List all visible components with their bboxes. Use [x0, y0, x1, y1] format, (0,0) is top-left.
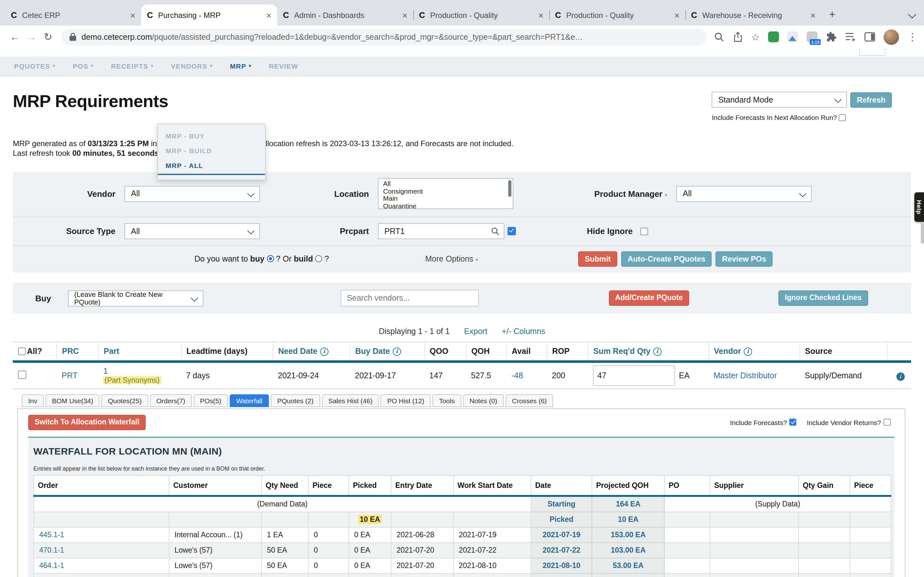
export-link[interactable]: Export — [464, 327, 487, 336]
tab-close-icon[interactable]: × — [674, 10, 680, 20]
location-listbox[interactable]: AllConsignmentMainQuarantine — [378, 178, 513, 209]
prc-link[interactable]: PRT — [61, 371, 78, 380]
waterfall-column-header[interactable]: Date — [531, 475, 592, 496]
browser-tab[interactable]: CAdmin - Dashboards× — [277, 5, 413, 26]
columns-link[interactable]: +/- Columns — [502, 327, 545, 336]
tab-close-icon[interactable]: × — [811, 10, 816, 20]
waterfall-column-header[interactable]: Work Start Date — [453, 475, 531, 496]
avail-link[interactable]: -48 — [511, 371, 523, 380]
column-header[interactable]: PRC — [57, 342, 98, 362]
waterfall-column-header[interactable]: PO — [664, 475, 710, 496]
prcpart-exact-checkbox[interactable] — [507, 227, 516, 235]
order-link[interactable]: 470.1-1 — [39, 546, 64, 554]
column-header[interactable]: Vendori — [708, 342, 800, 362]
subtab-inv[interactable]: Inv — [22, 394, 44, 407]
nav-item-pquotes[interactable]: PQUOTES▾ — [14, 62, 55, 70]
include-forecasts-checkbox[interactable] — [790, 419, 796, 426]
refresh-button[interactable]: Refresh — [851, 92, 892, 107]
extensions-puzzle-icon[interactable] — [826, 31, 837, 42]
subtab-bom-use-34-[interactable]: BOM Use(34) — [45, 394, 99, 407]
dropdown-item[interactable]: MRP - BUY — [158, 128, 265, 143]
part-synonyms-badge[interactable]: (Part Synonyms) — [103, 376, 161, 384]
switch-allocation-waterfall-button[interactable]: Switch To Allocation Waterfall — [28, 415, 145, 430]
include-forecasts-next-run-checkbox[interactable] — [839, 114, 846, 121]
order-link[interactable]: 445.1-1 — [39, 531, 64, 538]
back-icon[interactable]: ← — [6, 31, 23, 43]
tab-close-icon[interactable]: × — [402, 10, 407, 20]
vendor-select[interactable]: All — [124, 185, 260, 201]
waterfall-column-header[interactable]: Qty Need — [262, 475, 309, 496]
column-header[interactable]: Part — [98, 342, 181, 362]
browser-tab[interactable]: CWarehouse - Receiving× — [685, 5, 821, 26]
build-radio[interactable] — [315, 255, 322, 262]
add-create-pquote-button[interactable]: Add/Create PQuote — [609, 291, 689, 306]
subtab-notes-0-[interactable]: Notes (0) — [463, 394, 503, 407]
dropdown-item[interactable]: MRP - ALL — [158, 158, 265, 175]
listbox-scrollbar[interactable] — [508, 180, 511, 197]
extension-icon-2[interactable] — [787, 31, 798, 42]
extension-icon-3[interactable]: 1.13 — [806, 31, 817, 42]
subtab-waterfall[interactable]: Waterfall — [230, 394, 269, 407]
source-type-select[interactable]: All — [124, 223, 260, 239]
auto-create-pquotes-button[interactable]: Auto-Create PQuotes — [621, 251, 712, 267]
subtab-orders-7-[interactable]: Orders(7) — [150, 394, 192, 407]
browser-tab[interactable]: CProduction - Quality× — [413, 5, 549, 26]
menu-kebab-icon[interactable]: ⋮ — [907, 32, 918, 42]
subtab-quotes-25-[interactable]: Quotes(25) — [102, 394, 148, 407]
new-tab-button[interactable]: + — [824, 6, 841, 23]
nav-item-review[interactable]: REVIEW — [269, 62, 298, 70]
location-option[interactable]: Consignment — [383, 187, 513, 195]
browser-tab[interactable]: CPurchasing - MRP× — [141, 5, 277, 26]
column-header[interactable]: Buy Datei — [350, 342, 424, 362]
subtab-sales-hist-46-[interactable]: Sales Hist (46) — [322, 394, 379, 407]
waterfall-column-header[interactable]: Projected QOH — [592, 475, 664, 496]
tab-close-icon[interactable]: × — [266, 10, 271, 20]
pquote-select[interactable]: (Leave Blank to Create New PQuote) — [68, 290, 203, 306]
part-search-icon[interactable] — [491, 227, 500, 236]
profile-avatar[interactable] — [884, 29, 899, 45]
location-option[interactable]: All — [383, 180, 513, 187]
reload-icon[interactable]: ↻ — [40, 31, 57, 43]
subtab-pquotes-2-[interactable]: PQuotes (2) — [271, 394, 320, 407]
info-icon[interactable]: i — [320, 348, 328, 356]
info-icon[interactable]: i — [744, 348, 752, 356]
wf-cell-date[interactable]: 2021-08-10 — [531, 558, 592, 573]
dropdown-item[interactable]: MRP - BUILD — [158, 143, 265, 158]
column-header[interactable]: Need Datei — [273, 342, 350, 362]
tab-close-icon[interactable]: × — [538, 10, 543, 20]
part-link[interactable]: 1 — [103, 367, 108, 376]
prcpart-input[interactable]: PRT1 — [378, 223, 504, 239]
more-options-toggle[interactable]: More Options ▾ — [425, 255, 478, 263]
waterfall-column-header[interactable]: Supplier — [710, 475, 798, 496]
ignore-checked-lines-button[interactable]: Ignore Checked Lines — [779, 291, 868, 306]
subtab-pos-5-[interactable]: POs(5) — [194, 394, 228, 407]
page-scrollbar[interactable] — [921, 222, 924, 243]
waterfall-column-header[interactable]: Order — [34, 475, 169, 496]
vendor-link[interactable]: Master Distributor — [714, 371, 777, 380]
nav-item-pos[interactable]: POS▾ — [73, 62, 94, 70]
row-select-checkbox[interactable] — [18, 371, 26, 379]
waterfall-column-header[interactable]: Entry Date — [391, 475, 453, 496]
mode-select[interactable]: Standard Mode — [712, 92, 847, 108]
row-info-icon[interactable]: i — [896, 372, 905, 380]
browser-tab[interactable]: CProduction - Quality× — [549, 5, 685, 26]
include-vendor-returns-checkbox[interactable] — [884, 419, 891, 426]
product-manager-select[interactable]: All — [676, 185, 812, 201]
hide-ignore-checkbox[interactable] — [640, 227, 648, 235]
tab-queue-icon[interactable] — [845, 32, 856, 42]
share-icon[interactable] — [732, 31, 743, 42]
side-panel-icon[interactable] — [864, 32, 875, 42]
info-icon[interactable]: i — [653, 348, 661, 356]
nav-item-mrp[interactable]: MRP▾ — [230, 62, 252, 70]
tab-search-chevron-icon[interactable] — [908, 10, 916, 18]
bookmark-star-icon[interactable]: ☆ — [751, 32, 760, 42]
waterfall-column-header[interactable]: Picked — [349, 475, 391, 496]
order-link[interactable]: 464.1-1 — [39, 562, 64, 569]
wf-cell-date[interactable]: 2021-07-19 — [531, 527, 592, 542]
sum-req-qty-input[interactable] — [593, 366, 675, 386]
info-icon[interactable]: i — [393, 348, 401, 356]
nav-item-receipts[interactable]: RECEIPTS▾ — [111, 62, 153, 70]
forward-icon[interactable]: → — [23, 31, 40, 43]
subtab-tools[interactable]: Tools — [433, 394, 461, 407]
extension-icon-1[interactable] — [768, 31, 779, 42]
